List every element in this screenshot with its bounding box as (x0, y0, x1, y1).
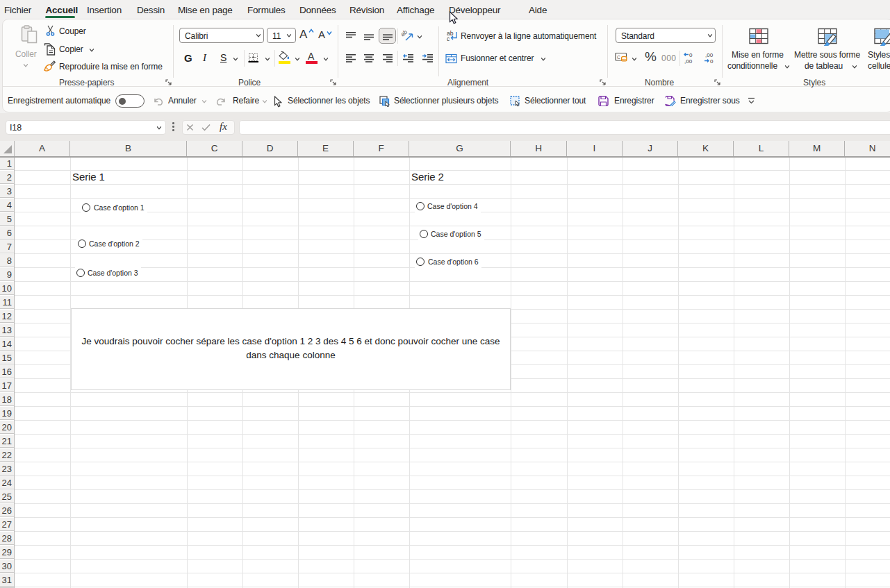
svg-text:,00: ,00 (705, 52, 714, 58)
svg-text:0: 0 (710, 58, 714, 65)
svg-text:0: 0 (689, 52, 693, 58)
svg-text:ab: ab (401, 28, 409, 37)
svg-text:C: C (617, 55, 620, 60)
svg-text:,00: ,00 (684, 58, 693, 65)
